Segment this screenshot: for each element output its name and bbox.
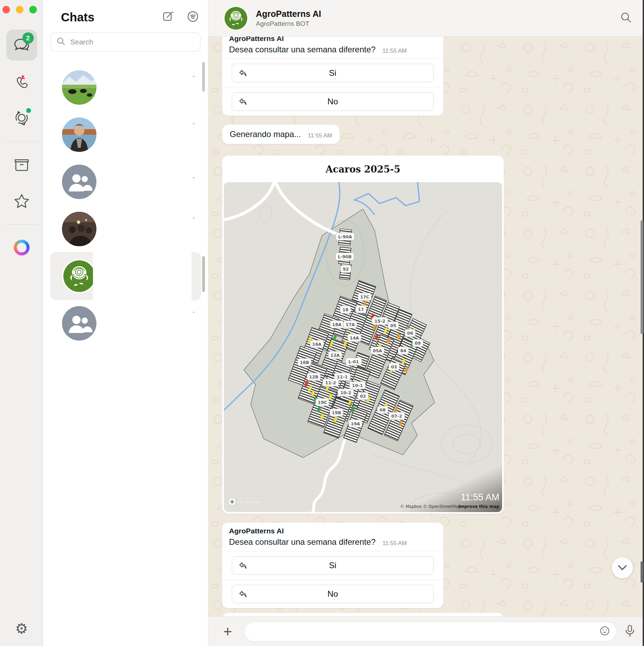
svg-text:07-2: 07-2	[391, 414, 402, 419]
archive-icon	[14, 158, 29, 171]
message-composer: +	[208, 616, 644, 646]
window-scrollbar-thumb[interactable]	[641, 220, 643, 334]
avatar-agropatterns-rose	[62, 259, 96, 293]
message-time: 11:55 AM	[383, 48, 407, 54]
sidebar-item-chats[interactable]: 2	[6, 30, 37, 61]
status-time: 11:55 AM	[308, 132, 332, 139]
sidebar-item-status[interactable]	[6, 103, 37, 134]
status-text: Generando mapa...	[230, 129, 301, 139]
svg-text:15-2: 15-2	[374, 319, 385, 324]
plus-icon: +	[223, 623, 232, 640]
redacted-timestamp	[193, 123, 195, 124]
button-label: Si	[329, 561, 336, 570]
status-message-bubble: Generando mapa... 11:55 AM	[222, 125, 340, 144]
chat-list-item[interactable]	[50, 63, 201, 112]
svg-text:09: 09	[415, 341, 420, 346]
avatar-party-photo	[62, 212, 96, 246]
svg-text:16A: 16A	[312, 342, 321, 347]
status-new-dot	[26, 108, 31, 113]
svg-text:16B: 16B	[300, 360, 309, 365]
sidebar-item-starred[interactable]	[6, 186, 37, 217]
svg-text:17C: 17C	[360, 294, 370, 300]
minimize-window-button[interactable]	[16, 6, 23, 13]
attach-button[interactable]: +	[219, 624, 237, 639]
svg-text:06: 06	[407, 331, 413, 336]
quick-reply-no-button[interactable]: No	[232, 585, 434, 603]
reply-arrow-icon	[238, 97, 247, 106]
svg-text:05A: 05A	[373, 348, 382, 353]
message-sender: AgroPatterns AI	[222, 37, 443, 43]
partial-message-bubble	[222, 613, 504, 616]
sidebar-item-meta-ai[interactable]	[6, 232, 37, 263]
chat-list-title: Chats	[61, 10, 163, 24]
search-input[interactable]	[70, 38, 195, 46]
star-icon	[14, 194, 30, 209]
chevron-down-icon	[617, 564, 627, 571]
new-chat-button[interactable]	[163, 11, 174, 24]
svg-text:19B: 19B	[332, 410, 341, 415]
svg-text:14A: 14A	[350, 335, 359, 341]
svg-text:02: 02	[360, 394, 366, 399]
meta-ai-icon	[14, 240, 30, 256]
chat-list-item[interactable]	[50, 111, 201, 159]
chat-list-item[interactable]	[50, 205, 201, 253]
whatsapp-window: 2	[0, 0, 644, 646]
avatar-default-group	[62, 165, 96, 199]
redacted-timestamp	[193, 217, 195, 219]
field-map-image[interactable]: L-90AL-90B9217C181718A17A15-205060914A16…	[224, 182, 502, 512]
message-sender: AgroPatterns AI	[222, 523, 443, 535]
zoom-window-button[interactable]	[29, 6, 37, 13]
sidebar-divider	[4, 141, 39, 142]
chat-search[interactable]	[51, 32, 200, 52]
filter-chats-button[interactable]	[187, 10, 199, 24]
messages-area[interactable]: AgroPatterns AI Desea consultar una sema…	[208, 37, 644, 616]
emoji-button[interactable]	[600, 626, 610, 637]
message-input[interactable]	[251, 627, 600, 636]
chat-list-item-selected[interactable]	[50, 252, 201, 300]
svg-text:17A: 17A	[345, 322, 355, 327]
svg-text:18A: 18A	[332, 322, 341, 327]
chat-list-item[interactable]	[50, 158, 201, 206]
svg-text:17: 17	[358, 307, 364, 312]
window-scrollbar-thumb[interactable]	[641, 561, 643, 583]
sidebar-item-calls[interactable]	[6, 66, 37, 97]
reply-arrow-icon	[238, 69, 247, 78]
redacted-timestamp	[193, 76, 195, 77]
redacted-timestamp	[193, 312, 195, 313]
conversation-header[interactable]: AgroPatterns AI AgroPatterns BOT	[208, 0, 644, 37]
svg-text:05: 05	[390, 323, 396, 328]
svg-text:Improve this map: Improve this map	[458, 504, 499, 509]
settings-button[interactable]: ⚙	[0, 620, 43, 637]
search-in-chat-button[interactable]	[620, 11, 632, 25]
redacted-timestamp	[193, 177, 195, 178]
quick-reply-no-button[interactable]: No	[232, 92, 434, 111]
svg-text:L-01: L-01	[349, 359, 359, 364]
quick-reply-si-button[interactable]: Si	[232, 556, 434, 575]
svg-text:92: 92	[343, 267, 349, 272]
map-message-card[interactable]: Acaros 2025-5 L-90AL-90B9217C181718A17A1…	[222, 156, 504, 514]
svg-text:L-90B: L-90B	[338, 254, 352, 259]
nav-sidebar: 2	[0, 0, 43, 646]
svg-text:84: 84	[400, 348, 406, 353]
avatar-cow-pasture	[62, 70, 96, 105]
svg-text:L-90A: L-90A	[338, 234, 352, 239]
map-title: Acaros 2025-5	[224, 156, 502, 182]
chat-list-item[interactable]	[50, 299, 201, 347]
close-window-button[interactable]	[2, 6, 10, 13]
svg-text:18: 18	[342, 307, 348, 312]
scroll-to-bottom-button[interactable]	[612, 557, 633, 579]
sidebar-item-archive[interactable]	[6, 149, 37, 180]
chat-rows	[43, 61, 208, 646]
conversation-avatar-rose	[224, 6, 248, 31]
message-input-pill[interactable]	[244, 622, 616, 642]
quick-reply-si-button[interactable]: Si	[232, 64, 434, 82]
button-label: No	[328, 589, 338, 599]
bot-message-bubble: AgroPatterns AI Desea consultar una sema…	[222, 37, 443, 116]
svg-text:11-1: 11-1	[337, 374, 347, 379]
button-label: No	[328, 97, 338, 106]
chat-list-scrollbar-thumb[interactable]	[202, 256, 205, 292]
voice-message-button[interactable]	[625, 625, 635, 638]
unread-count-badge: 2	[22, 32, 34, 44]
chat-list-scrollbar[interactable]	[202, 62, 205, 92]
conversation-title: AgroPatterns AI	[256, 9, 620, 19]
